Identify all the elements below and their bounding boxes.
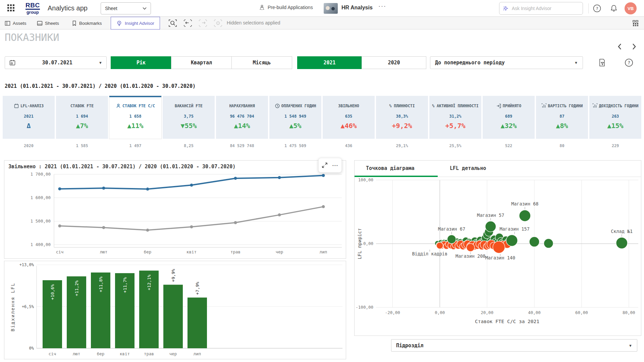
lfl-deviation-bar-chart-card[interactable]: +13,0%+6,5%0%Відхилення LFL+10,6%січ+11,… bbox=[4, 261, 346, 359]
svg-text:лип: лип bbox=[320, 249, 327, 254]
compare-period-dropdown[interactable]: До попереднього періоду ▼ bbox=[430, 56, 583, 69]
svg-text:0,00: 0,00 bbox=[363, 241, 373, 246]
app-thumbnail[interactable] bbox=[324, 3, 338, 14]
next-sheet-icon[interactable] bbox=[631, 43, 637, 50]
app-launcher-icon[interactable] bbox=[7, 4, 15, 12]
expand-chart-icon[interactable] bbox=[320, 161, 329, 170]
kpi-previous-value: 1 585 bbox=[56, 139, 108, 153]
sheet-toolbar: Assets Sheets Bookmarks Insight Advisor bbox=[0, 17, 644, 29]
prev-sheet-icon[interactable] bbox=[617, 43, 623, 50]
redo-selection-icon[interactable] bbox=[199, 19, 207, 27]
sheet-navigation bbox=[617, 43, 637, 50]
tab-lfl-detail[interactable]: LFL детально bbox=[438, 161, 486, 177]
kpi-delta: ▲46% bbox=[340, 122, 357, 130]
chevron-down-icon bbox=[143, 7, 147, 10]
kpi-label: НАРАХУВАННЯ bbox=[229, 100, 255, 112]
dropdown-arrow-icon: ▼ bbox=[629, 344, 632, 348]
insight-advisor-button[interactable]: Insight Advisor bbox=[111, 17, 160, 29]
tab-bookmarks[interactable]: Bookmarks bbox=[72, 17, 102, 29]
tab-scatter-label: Точкова діаграма bbox=[366, 165, 415, 171]
svg-text:трав: трав bbox=[230, 249, 240, 254]
kpi-value: 87 bbox=[537, 114, 587, 119]
app-name[interactable]: HR Analysis bbox=[341, 5, 373, 11]
clear-selections-icon[interactable] bbox=[214, 19, 222, 27]
scatter-chart[interactable]: -20,000,0020,0040,0060,0080,00100,000,00… bbox=[355, 177, 641, 336]
svg-text:чер: чер bbox=[276, 249, 283, 254]
search-input[interactable] bbox=[512, 6, 579, 11]
scatter-tabs: Точкова діаграма LFL детально bbox=[355, 161, 641, 177]
svg-text:Магазин 157: Магазин 157 bbox=[499, 226, 529, 232]
kpi-card-6[interactable]: ЗВІЛЬНЕНО635▲46% bbox=[323, 96, 375, 139]
period-button-1[interactable]: Квартал bbox=[171, 56, 232, 69]
tab-scatter-diagram[interactable]: Точкова діаграма bbox=[355, 161, 438, 177]
tab-sheets[interactable]: Sheets bbox=[37, 17, 59, 29]
selections-search-icon[interactable] bbox=[168, 19, 177, 27]
kpi-delta: ▲7% bbox=[76, 122, 88, 130]
svg-text:+12,1%: +12,1% bbox=[147, 275, 152, 290]
kpi-card-5[interactable]: ОПЛАЧЕНИХ ГОДИН1 548 949▲5% bbox=[269, 96, 321, 139]
svg-text:+11,8%: +11,8% bbox=[98, 277, 103, 292]
user-avatar[interactable]: VB bbox=[625, 2, 637, 14]
year-button-1[interactable]: 2020 bbox=[362, 56, 426, 69]
kpi-label: LFL-АНАЛІЗ bbox=[14, 100, 44, 112]
dropdown-arrow-icon: ▼ bbox=[574, 61, 578, 65]
svg-text:40,00: 40,00 bbox=[528, 310, 541, 315]
kpi-delta: +9,2% bbox=[392, 122, 412, 130]
kpi-card-9[interactable]: ПРИЙНЯТО689▲32% bbox=[483, 96, 535, 139]
line-chart[interactable]: 1 700,001 600,001 500,001 400,00січлютбе… bbox=[4, 170, 346, 255]
filter-document-icon[interactable] bbox=[596, 56, 608, 69]
bar-chart[interactable]: +13,0%+6,5%0%Відхилення LFL+10,6%січ+11,… bbox=[4, 261, 346, 359]
kpi-card-10[interactable]: ВАРТІСТЬ ГОДИНИ87▲8% bbox=[536, 96, 588, 139]
kpi-card-11[interactable]: ДОХІДНІСТЬ ГОДИНИ263▲15% bbox=[589, 96, 641, 139]
tab-assets[interactable]: Assets bbox=[5, 17, 26, 29]
insight-advisor-search[interactable] bbox=[499, 2, 583, 15]
period-button-0[interactable]: Рік bbox=[111, 56, 171, 69]
dismissed-line-chart-card[interactable]: ··· Звільнено : 2021 (01.01.2021 - 30.07… bbox=[4, 160, 346, 259]
svg-text:лют: лют bbox=[100, 249, 108, 254]
kpi-previous-value: 522 bbox=[483, 139, 535, 153]
kpi-previous-value: 436 bbox=[323, 139, 375, 153]
kpi-column-4: НАРАХУВАННЯ96 476 704▲14%84 529 748 bbox=[216, 96, 268, 153]
comparison-period-label: 2021 (01.01.2021 - 30.07.2021) / 2020 (0… bbox=[5, 83, 196, 89]
kpi-card-0[interactable]: LFL-АНАЛІЗ2021Δ bbox=[3, 96, 55, 139]
kpi-card-3[interactable]: ВАКАНСІЙ FTE3,75▼55% bbox=[163, 96, 215, 139]
kpi-card-8[interactable]: % АКТИВНОЇ ПЛИННОСТІ31,2%+5,7% bbox=[429, 96, 481, 139]
department-dropdown[interactable]: Підрозділ ▼ bbox=[391, 339, 637, 352]
svg-text:+11,2%: +11,2% bbox=[74, 280, 79, 296]
bars-icon bbox=[592, 103, 598, 109]
svg-text:бер: бер bbox=[97, 351, 105, 356]
help-icon[interactable]: ? bbox=[592, 4, 602, 14]
kpi-card-1[interactable]: СТАВОК FTE1 694▲7% bbox=[56, 96, 108, 139]
svg-text:1 500,00: 1 500,00 bbox=[31, 219, 51, 224]
sheet-help-icon[interactable]: ? bbox=[623, 56, 635, 69]
topbar: RBC group Analytics app Sheet Pre-build … bbox=[0, 0, 644, 17]
chart-menu-icon[interactable]: ··· bbox=[331, 161, 340, 170]
insight-advisor-icon bbox=[116, 20, 122, 26]
kpi-value: 38,3% bbox=[377, 114, 427, 119]
prebuild-applications-button[interactable]: Pre-build Applications bbox=[259, 4, 313, 10]
person-icon bbox=[116, 103, 121, 109]
kpi-value: 31,2% bbox=[431, 114, 480, 119]
app-more-menu[interactable]: ··· bbox=[378, 3, 386, 10]
kpi-card-2[interactable]: СТАВОК FTE С/С1 658▲11% bbox=[109, 96, 161, 139]
kpi-label: ПРИЙНЯТО bbox=[496, 100, 521, 112]
undo-selection-icon[interactable] bbox=[183, 19, 192, 27]
period-button-2[interactable]: Місяць bbox=[231, 56, 292, 69]
kpi-value: 1 548 949 bbox=[271, 114, 320, 119]
kpi-delta: ▲32% bbox=[500, 122, 517, 130]
kpi-label: % АКТИВНОЇ ПЛИННОСТІ bbox=[432, 100, 478, 112]
year-button-0[interactable]: 2021 bbox=[297, 56, 362, 69]
notifications-icon[interactable] bbox=[609, 4, 619, 14]
svg-text:бер: бер bbox=[144, 249, 152, 254]
svg-text:Склад №1: Склад №1 bbox=[611, 229, 633, 234]
assets-icon bbox=[5, 20, 10, 26]
sheet-selector[interactable]: Sheet bbox=[101, 2, 151, 14]
kpi-column-6: ЗВІЛЬНЕНО635▲46%436 bbox=[323, 96, 375, 153]
date-picker[interactable]: 30.07.2021 ▼ bbox=[5, 56, 107, 69]
svg-text:січ: січ bbox=[56, 249, 64, 254]
kpi-card-4[interactable]: НАРАХУВАННЯ96 476 704▲14% bbox=[216, 96, 268, 139]
kpi-card-7[interactable]: % ПЛИННОСТІ38,3%+9,2% bbox=[376, 96, 428, 139]
kpi-label: ВАКАНСІЙ FTE bbox=[175, 100, 203, 112]
sheet-layout-icon[interactable] bbox=[632, 19, 639, 27]
rbc-group-logo[interactable]: RBC group bbox=[25, 2, 40, 14]
